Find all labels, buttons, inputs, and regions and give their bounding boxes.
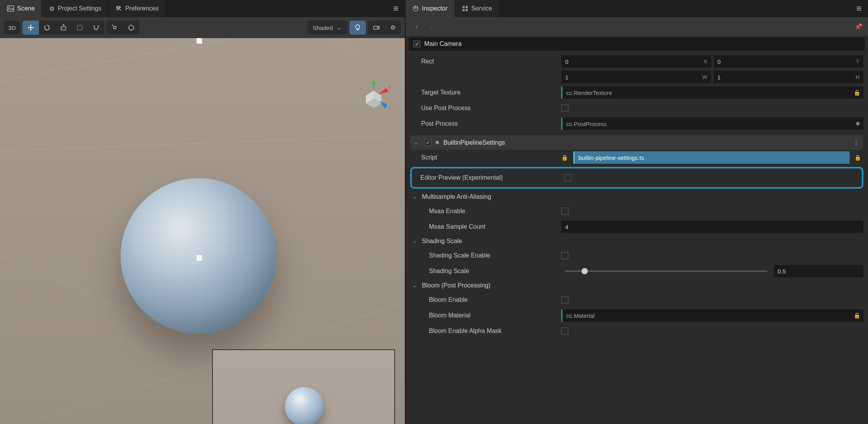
inspector-body: Rect 0X 0Y 1W 1H Target Texture cc.Rende… <box>406 52 868 424</box>
target-texture-field[interactable]: cc.RenderTexture🔒 <box>561 86 863 99</box>
camera-toggle[interactable] <box>368 21 385 35</box>
shading-scale-slider[interactable] <box>565 270 768 272</box>
chevron-down-icon: ⌄ <box>413 283 419 288</box>
svg-text:z: z <box>388 105 390 110</box>
svg-rect-17 <box>462 9 465 11</box>
bloom-enable-label: Bloom Enable <box>410 296 558 303</box>
camera-preview <box>212 349 395 424</box>
object-enabled-checkbox[interactable] <box>413 40 420 47</box>
anchor-tool[interactable] <box>107 21 123 35</box>
svg-text:y: y <box>372 77 374 82</box>
rect-label: Rect <box>410 58 558 65</box>
component-menu[interactable]: ⋮ <box>853 138 859 147</box>
right-panel-menu[interactable] <box>852 0 868 17</box>
chevron-down-icon[interactable]: ⌄ <box>414 140 420 145</box>
editor-preview-label: Editor Preview (Experimental) <box>413 174 561 181</box>
use-post-process-label: Use Post Process <box>410 105 558 112</box>
msaa-enable-checkbox[interactable] <box>561 208 568 215</box>
gizmo-settings[interactable]: ⚙ <box>385 21 401 35</box>
object-center-handle[interactable] <box>197 255 202 261</box>
puzzle-icon: ✱ <box>435 140 439 145</box>
shading-scale-enable-checkbox[interactable] <box>561 252 568 259</box>
lock-icon: 🔒 <box>854 154 861 161</box>
shading-scale-section[interactable]: ⌄ Shading Scale <box>410 235 863 248</box>
svg-rect-15 <box>462 6 465 8</box>
orientation-gizmo[interactable]: y x z <box>354 77 393 116</box>
move-tool[interactable] <box>23 21 39 35</box>
script-field[interactable]: builtin-pipeline-settings.ts <box>573 151 850 164</box>
chevron-down-icon: ⌄ <box>413 194 419 200</box>
chevron-down-icon: ⌄ <box>413 238 419 244</box>
object-header: Main Camera <box>409 37 865 51</box>
tab-service[interactable]: Service <box>455 0 499 17</box>
rect-x-input[interactable]: 0X <box>561 55 711 68</box>
svg-line-7 <box>0 135 405 151</box>
rect-tool[interactable] <box>72 21 88 35</box>
component-header[interactable]: ⌄ ✱ BuiltinPipelineSettings ⋮ <box>410 135 863 150</box>
left-panel-menu[interactable] <box>388 0 405 17</box>
lock-icon: 🔒 <box>854 89 860 96</box>
svg-rect-3 <box>77 25 82 30</box>
tab-inspector[interactable]: Inspector <box>406 0 455 17</box>
post-process-field[interactable]: cc.PostProcess✱ <box>561 117 863 130</box>
editor-preview-highlight: Editor Preview (Experimental) <box>410 167 863 189</box>
object-name: Main Camera <box>424 40 462 47</box>
rect-w-input[interactable]: 1W <box>561 71 711 83</box>
bloom-material-field[interactable]: cc.Material🔒 <box>561 309 863 322</box>
tab-scene[interactable]: Scene <box>0 0 42 17</box>
rotate-tool[interactable] <box>39 21 55 35</box>
shading-scale-label: Shading Scale <box>410 268 558 275</box>
snap-tool[interactable] <box>88 21 104 35</box>
shading-scale-value[interactable]: 0.5 <box>774 265 863 277</box>
scene-viewport[interactable]: y x z <box>0 38 405 424</box>
wrench-icon: 🛠 <box>116 5 122 12</box>
tab-preferences[interactable]: 🛠 Preferences <box>109 0 166 17</box>
svg-text:x: x <box>388 85 390 89</box>
preview-sphere <box>285 387 324 424</box>
lighting-toggle[interactable] <box>350 21 366 35</box>
component-enabled-checkbox[interactable] <box>424 139 431 146</box>
msaa-sample-count-label: Msaa Sample Count <box>410 223 558 230</box>
bloom-alpha-mask-label: Bloom Enable Alpha Mask <box>410 328 558 335</box>
lock-icon: 🔒 <box>561 154 568 161</box>
bloom-material-label: Bloom Material <box>410 312 558 319</box>
target-texture-label: Target Texture <box>410 89 558 96</box>
cube-icon <box>413 5 419 12</box>
tab-project-settings[interactable]: ⚙ Project Settings <box>42 0 109 17</box>
pin-inspector[interactable]: 📌 <box>855 23 863 30</box>
resize-handle-top[interactable] <box>197 38 202 44</box>
hamburger-icon <box>393 3 400 14</box>
rect-h-input[interactable]: 1H <box>713 71 863 83</box>
bloom-enable-checkbox[interactable] <box>561 296 568 303</box>
lock-icon: 🔒 <box>854 312 860 319</box>
left-tabs: Scene ⚙ Project Settings 🛠 Preferences <box>0 0 405 17</box>
image-icon <box>7 5 14 12</box>
nav-back[interactable]: ‹ <box>411 21 422 32</box>
right-tabs: Inspector Service <box>406 0 868 17</box>
shading-scale-enable-label: Shading Scale Enable <box>410 252 558 259</box>
svg-rect-16 <box>466 6 468 8</box>
bloom-section[interactable]: ⌄ Bloom (Post Processing) <box>410 279 863 292</box>
component-title: BuiltinPipelineSettings <box>443 139 505 146</box>
puzzle-icon: ✱ <box>856 121 860 127</box>
svg-rect-18 <box>466 9 468 11</box>
rect-y-input[interactable]: 0Y <box>713 55 863 68</box>
hamburger-icon <box>856 3 863 14</box>
svg-rect-2 <box>61 27 66 30</box>
nav-forward[interactable]: › <box>426 21 437 32</box>
msaa-sample-count-input[interactable]: 4 <box>561 221 863 233</box>
tab-project-settings-label: Project Settings <box>58 5 101 12</box>
pivot-tool[interactable] <box>123 21 139 35</box>
editor-preview-checkbox[interactable] <box>564 174 571 181</box>
msaa-section[interactable]: ⌄ Multisample Anti-Aliasing <box>410 190 863 203</box>
use-post-process-checkbox[interactable] <box>561 105 568 112</box>
scene-toolbar: 3D Shaded ⌄ ⚙ <box>0 17 405 38</box>
scale-tool[interactable] <box>55 21 72 35</box>
view-mode-3d[interactable]: 3D <box>4 21 20 35</box>
svg-point-5 <box>112 25 113 26</box>
inspector-nav: ‹ › 📌 <box>406 17 868 36</box>
tab-service-label: Service <box>471 5 492 12</box>
shading-dropdown[interactable]: Shaded ⌄ <box>307 21 347 35</box>
bloom-alpha-mask-checkbox[interactable] <box>561 328 568 335</box>
tab-scene-label: Scene <box>17 5 35 12</box>
